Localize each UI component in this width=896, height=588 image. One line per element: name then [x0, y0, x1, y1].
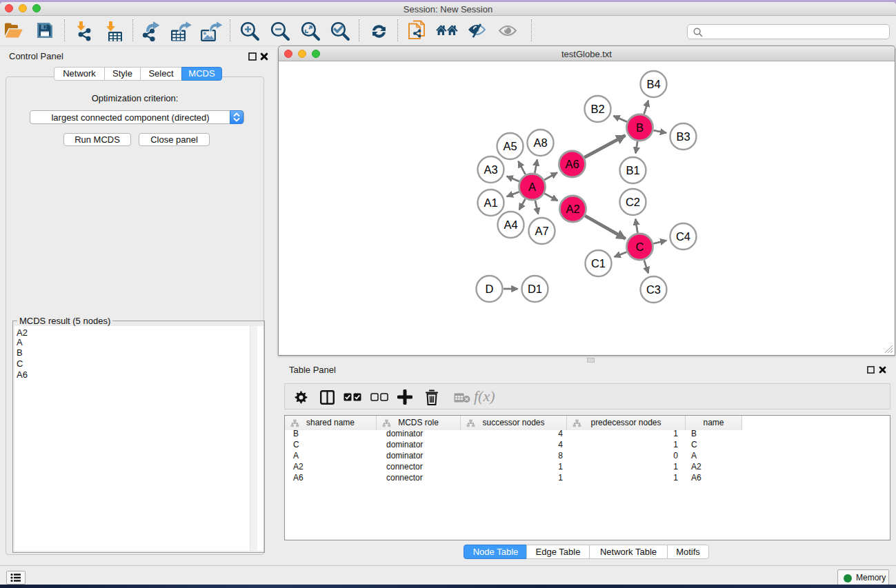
svg-text:A2: A2: [566, 203, 579, 215]
svg-text:A1: A1: [484, 196, 497, 209]
svg-text:C4: C4: [676, 230, 690, 243]
svg-text:D: D: [486, 283, 494, 295]
svg-text:A: A: [528, 181, 536, 193]
svg-text:B1: B1: [626, 164, 639, 176]
svg-text:A4: A4: [504, 219, 517, 231]
svg-text:A8: A8: [533, 136, 547, 149]
svg-text:A6: A6: [565, 158, 579, 170]
svg-text:C2: C2: [626, 196, 640, 208]
svg-text:C1: C1: [591, 257, 606, 270]
svg-text:A5: A5: [503, 140, 517, 152]
svg-text:D1: D1: [528, 283, 542, 295]
svg-text:B4: B4: [646, 78, 660, 90]
svg-text:B: B: [636, 121, 644, 134]
svg-text:C: C: [636, 241, 644, 253]
svg-text:C3: C3: [646, 283, 661, 296]
svg-text:B3: B3: [676, 130, 690, 143]
svg-text:B2: B2: [590, 103, 604, 115]
svg-text:A7: A7: [535, 225, 548, 237]
svg-text:A3: A3: [484, 163, 497, 176]
